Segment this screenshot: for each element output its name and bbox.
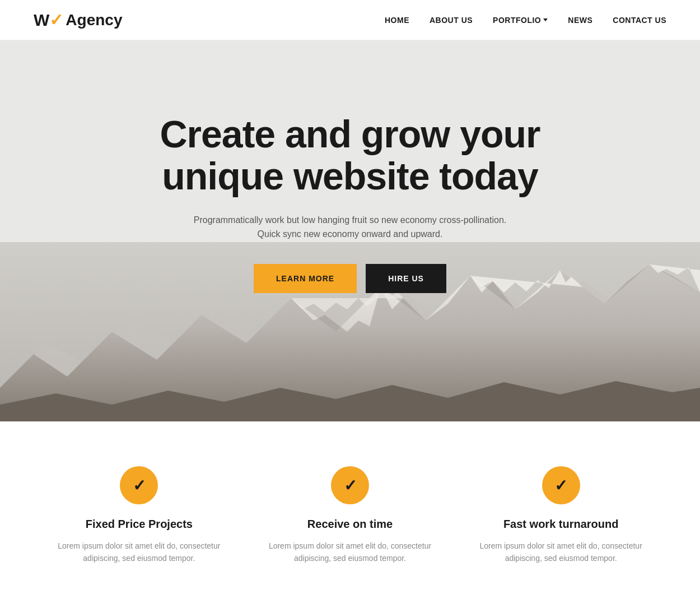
checkmark-icon-1: ✓ xyxy=(344,476,357,495)
hero-buttons: LEARN MORE HIRE US xyxy=(254,264,446,293)
feature-title-1: Receive on time xyxy=(307,518,393,531)
hero-content: Create and grow your unique website toda… xyxy=(132,113,568,264)
logo[interactable]: W✓ Agency xyxy=(34,10,122,30)
nav-link-portfolio[interactable]: PORTFOLIO xyxy=(493,16,548,25)
nav-link-home[interactable]: HOME xyxy=(385,16,409,25)
navbar: W✓ Agency HOME ABOUT US PORTFOLIO NEWS C… xyxy=(0,0,700,40)
learn-more-button[interactable]: LEARN MORE xyxy=(254,264,357,293)
feature-item-2: ✓ Fast work turnaround Lorem ipsum dolor… xyxy=(455,466,666,565)
hero-title: Create and grow your unique website toda… xyxy=(132,113,568,197)
feature-item-1: ✓ Receive on time Lorem ipsum dolor sit … xyxy=(245,466,456,565)
nav-item-about[interactable]: ABOUT US xyxy=(430,15,473,25)
logo-icon: W✓ xyxy=(34,10,63,30)
feature-text-2: Lorem ipsum dolor sit amet elit do, cons… xyxy=(478,540,644,565)
feature-title-0: Fixed Price Projects xyxy=(86,518,193,531)
nav-item-news[interactable]: NEWS xyxy=(568,15,592,25)
checkmark-icon-0: ✓ xyxy=(133,476,146,495)
hero-section: Create and grow your unique website toda… xyxy=(0,40,700,421)
feature-icon-2: ✓ xyxy=(542,466,580,504)
feature-icon-0: ✓ xyxy=(120,466,158,504)
nav-item-contact[interactable]: CONTACT US xyxy=(613,15,666,25)
logo-text: Agency xyxy=(66,11,122,29)
hire-us-button[interactable]: HIRE US xyxy=(366,264,446,293)
checkmark-icon-2: ✓ xyxy=(554,476,567,495)
nav-link-about[interactable]: ABOUT US xyxy=(430,16,473,25)
feature-title-2: Fast work turnaround xyxy=(503,518,619,531)
feature-icon-1: ✓ xyxy=(331,466,369,504)
features-section: ✓ Fixed Price Projects Lorem ipsum dolor… xyxy=(0,421,700,594)
nav-menu: HOME ABOUT US PORTFOLIO NEWS CONTACT US xyxy=(385,15,666,25)
nav-item-home[interactable]: HOME xyxy=(385,15,409,25)
feature-text-0: Lorem ipsum dolor sit amet elit do, cons… xyxy=(56,540,222,565)
nav-link-news[interactable]: NEWS xyxy=(568,16,592,25)
hero-subtitle: Programmatically work but low hanging fr… xyxy=(182,213,518,242)
chevron-down-icon xyxy=(543,18,548,21)
feature-text-1: Lorem ipsum dolor sit amet elit do, cons… xyxy=(267,540,433,565)
feature-item-0: ✓ Fixed Price Projects Lorem ipsum dolor… xyxy=(34,466,245,565)
nav-link-contact[interactable]: CONTACT US xyxy=(613,16,666,25)
nav-item-portfolio[interactable]: PORTFOLIO xyxy=(493,16,548,25)
